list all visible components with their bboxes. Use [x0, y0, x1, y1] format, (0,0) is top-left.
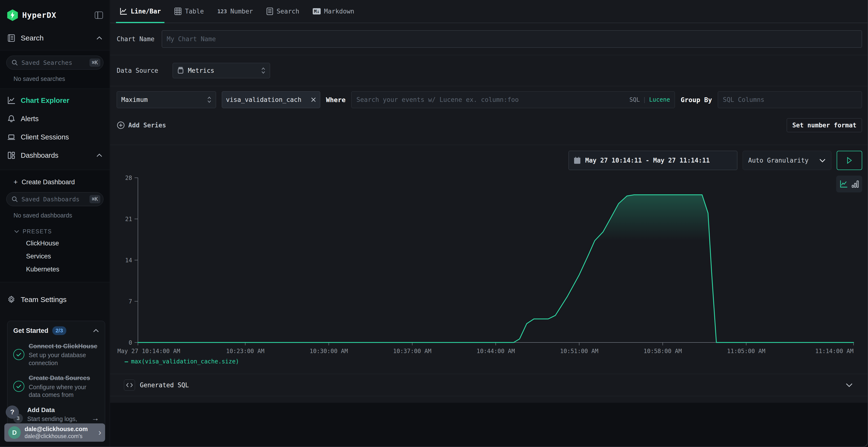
sidebar-item-client-sessions[interactable]: Client Sessions [0, 128, 110, 146]
plus-circle-icon [117, 121, 125, 129]
svg-text:10:51:00 AM: 10:51:00 AM [560, 348, 598, 354]
aggregation-value: Maximum [121, 96, 203, 103]
tab-table[interactable]: Table [171, 0, 207, 23]
get-started-step-connect[interactable]: Connect to ClickHouse Set up your databa… [13, 342, 99, 367]
sidebar-section-search-label: Search [21, 34, 91, 42]
add-series-label: Add Series [128, 122, 166, 129]
tab-number[interactable]: 123 Number [214, 0, 257, 23]
query-language-toggle[interactable]: SQL | Lucene [629, 96, 670, 103]
tab-search[interactable]: Search [263, 0, 303, 23]
dashboard-grid-icon [7, 151, 16, 160]
gear-icon [7, 296, 16, 304]
table-icon [174, 7, 182, 15]
tab-label: Markdown [324, 8, 354, 15]
arrow-right-icon: → [91, 414, 99, 423]
svg-text:14: 14 [125, 257, 132, 264]
chevron-up-icon[interactable] [96, 153, 102, 157]
app-window: HyperDX Search Saved Searches ⌘K No save… [0, 0, 868, 447]
date-range-picker[interactable]: May 27 10:14:11 - May 27 11:14:11 [568, 151, 737, 170]
play-icon [847, 157, 852, 164]
svg-text:10:37:00 AM: 10:37:00 AM [393, 348, 431, 354]
no-saved-searches-text: No saved searches [6, 75, 103, 82]
chevron-down-icon[interactable] [845, 383, 853, 387]
sidebar-item-label: Dashboards [21, 151, 91, 160]
svg-text:7: 7 [129, 298, 132, 305]
generated-sql-label: Generated SQL [140, 381, 189, 389]
saved-searches-input[interactable]: Saved Searches ⌘K [6, 56, 103, 70]
card-bottom-padding [110, 396, 868, 403]
help-button[interactable]: ? [6, 406, 19, 419]
check-circle-icon [13, 381, 24, 392]
date-range-value: May 27 10:14:11 - May 27 11:14:11 [585, 157, 710, 164]
legend-line-swatch: — [125, 358, 128, 365]
chevron-up-icon[interactable] [96, 36, 102, 40]
svg-text:10:30:00 AM: 10:30:00 AM [310, 348, 348, 354]
user-menu[interactable]: D dale@clickhouse.com dale@clickhouse.co… [4, 423, 105, 442]
where-input-wrap: SQL | Lucene [351, 91, 675, 108]
generated-sql-row[interactable]: Generated SQL [110, 374, 868, 396]
metric-tag[interactable]: visa_validation_cach [222, 91, 320, 108]
main-content: Line/Bar Table 123 Number Search M↓ Mark… [110, 0, 868, 447]
step-title: Add Data [27, 406, 87, 414]
chevron-down-icon [14, 230, 19, 233]
tab-line-bar[interactable]: Line/Bar [116, 0, 164, 23]
granularity-select[interactable]: Auto Granularity [743, 151, 831, 170]
chart-legend[interactable]: — max(visa_validation_cache.size) [125, 358, 239, 365]
chart-type-tabbar: Line/Bar Table 123 Number Search M↓ Mark… [110, 0, 868, 23]
tab-markdown[interactable]: M↓ Markdown [309, 0, 358, 23]
presets-toggle[interactable]: PRESETS [6, 226, 103, 237]
search-icon [11, 196, 18, 203]
sql-option[interactable]: SQL [629, 96, 640, 103]
preset-item-clickhouse[interactable]: ClickHouse [6, 237, 103, 250]
data-source-select[interactable]: Metrics [173, 63, 270, 78]
lucene-option[interactable]: Lucene [649, 96, 670, 103]
metric-tag-label: visa_validation_cach [226, 96, 307, 103]
number-123-icon: 123 [217, 8, 227, 14]
collapse-sidebar-icon[interactable] [95, 11, 103, 19]
svg-text:10:23:00 AM: 10:23:00 AM [226, 348, 265, 354]
sidebar-item-label: Alerts [21, 115, 102, 123]
select-chevrons-icon [207, 96, 212, 103]
sidebar-item-team-settings[interactable]: Team Settings [0, 292, 110, 307]
tab-label: Number [230, 8, 253, 15]
group-by-label: Group By [681, 96, 712, 104]
presets-label: PRESETS [23, 228, 52, 235]
add-series-button[interactable]: Add Series [117, 121, 166, 129]
get-started-step-datasources[interactable]: Create Data Sources Configure where your… [13, 374, 99, 399]
data-source-label: Data Source [117, 67, 158, 74]
chart-toolbar: May 27 10:14:11 - May 27 11:14:11 Auto G… [568, 151, 862, 170]
step-title: Connect to ClickHouse [29, 342, 99, 350]
chart-panel: May 27 10:14:11 - May 27 11:14:11 Auto G… [110, 145, 868, 374]
chart-name-input[interactable] [162, 30, 862, 48]
chart-name-label: Chart Name [117, 35, 155, 43]
sidebar-item-chart-explorer[interactable]: Chart Explorer [0, 91, 110, 110]
get-started-header[interactable]: Get Started 2/3 [13, 326, 99, 335]
set-number-format-button[interactable]: Set number format [787, 118, 862, 132]
saved-dashboards-input[interactable]: Saved Dashboards ⌘K [6, 192, 103, 206]
line-chart-icon [120, 7, 127, 15]
chevron-up-icon[interactable] [93, 329, 99, 333]
hyperdx-logo-icon [7, 9, 18, 21]
search-icon [11, 59, 18, 66]
brand-row: HyperDX [0, 0, 110, 21]
create-dashboard-button[interactable]: + Create Dashboard [6, 175, 103, 189]
svg-text:11:14:00 AM: 11:14:00 AM [815, 348, 854, 354]
aggregation-select[interactable]: Maximum [117, 91, 216, 108]
sidebar-item-alerts[interactable]: Alerts [0, 110, 110, 128]
series-block: Maximum visa_validation_cach Where SQL | [110, 86, 868, 145]
run-query-button[interactable] [837, 151, 862, 170]
dashboards-panel: + Create Dashboard Saved Dashboards ⌘K N… [0, 170, 110, 282]
preset-item-kubernetes[interactable]: Kubernetes [6, 263, 103, 276]
close-icon[interactable] [311, 97, 316, 102]
document-lines-icon [267, 7, 273, 15]
avatar: D [8, 426, 21, 439]
sidebar-section-search[interactable]: Search [0, 30, 110, 46]
timeseries-chart[interactable]: 07142128May 27 10:14:00 AM10:23:00 AM10:… [110, 168, 867, 369]
laptop-icon [7, 133, 16, 141]
chevron-down-icon [819, 159, 826, 163]
sidebar-item-dashboards[interactable]: Dashboards [0, 146, 110, 165]
select-chevrons-icon [261, 67, 266, 74]
group-by-input[interactable] [718, 91, 862, 108]
preset-item-services[interactable]: Services [6, 250, 103, 263]
where-search-input[interactable] [351, 91, 675, 108]
